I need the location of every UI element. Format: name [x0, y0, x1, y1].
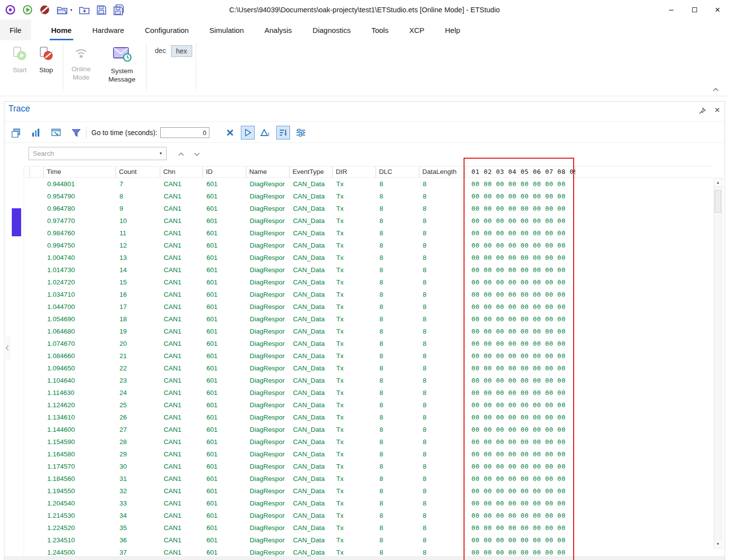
- hex-toggle-button[interactable]: hex: [171, 45, 192, 57]
- splitter-collapse-handle[interactable]: [4, 337, 10, 359]
- run-trace-button[interactable]: [241, 126, 255, 140]
- search-combobox[interactable]: ▼: [29, 147, 167, 160]
- cell-dir: Tx: [333, 313, 376, 325]
- open-file-dropdown-icon[interactable]: ▾: [70, 8, 72, 12]
- column-header-name[interactable]: Name: [246, 167, 290, 177]
- close-panel-button[interactable]: ×: [712, 104, 723, 116]
- clear-trace-icon[interactable]: [223, 126, 237, 140]
- online-mode-button[interactable]: Online Mode: [67, 47, 95, 82]
- minimize-button[interactable]: –: [660, 0, 683, 20]
- table-row[interactable]: 1.03471016CAN1601DiagResporCAN_DataTx880…: [24, 288, 713, 301]
- column-header-dir[interactable]: DIR: [333, 167, 376, 177]
- sort-button[interactable]: [276, 126, 290, 140]
- menu-tab-analysis[interactable]: Analysis: [254, 20, 302, 40]
- goto-time-input[interactable]: [160, 127, 209, 138]
- open-file-icon[interactable]: [57, 5, 68, 15]
- table-row[interactable]: 1.13461026CAN1601DiagResporCAN_DataTx880…: [24, 411, 713, 423]
- menu-file-button[interactable]: File: [0, 20, 31, 40]
- table-row[interactable]: 1.05469018CAN1601DiagResporCAN_DataTx880…: [24, 313, 713, 325]
- column-header-eventtype[interactable]: EventType: [290, 167, 333, 177]
- delta-time-icon[interactable]: t: [259, 126, 272, 140]
- table-row[interactable]: 0.97477010CAN1601DiagResporCAN_DataTx880…: [24, 215, 713, 227]
- column-header-time[interactable]: Time: [44, 167, 116, 177]
- maximize-button[interactable]: [683, 0, 706, 20]
- menu-tab-diagnostics[interactable]: Diagnostics: [302, 20, 361, 40]
- table-row[interactable]: 1.18456031CAN1601DiagResporCAN_DataTx880…: [24, 473, 713, 485]
- column-header-dlc[interactable]: DLC: [376, 167, 419, 177]
- table-row[interactable]: 1.15459028CAN1601DiagResporCAN_DataTx880…: [24, 436, 713, 448]
- play-icon: [243, 128, 252, 137]
- column-header-count[interactable]: Count: [116, 167, 160, 177]
- combo-dropdown-icon[interactable]: ▼: [155, 147, 166, 160]
- table-row[interactable]: 1.09465022CAN1601DiagResporCAN_DataTx880…: [24, 362, 713, 374]
- statistics-chart-icon[interactable]: [29, 126, 43, 140]
- table-row[interactable]: 1.19455032CAN1601DiagResporCAN_DataTx880…: [24, 485, 713, 497]
- column-header-chn[interactable]: Chn: [160, 167, 203, 177]
- menu-tab-configuration[interactable]: Configuration: [135, 20, 199, 40]
- window-controls: – ×: [660, 0, 729, 20]
- table-row[interactable]: 1.21453034CAN1601DiagResporCAN_DataTx880…: [24, 509, 713, 522]
- cell-dlc: 8: [376, 350, 419, 362]
- table-row[interactable]: 1.06468019CAN1601DiagResporCAN_DataTx880…: [24, 325, 713, 337]
- menu-tab-home[interactable]: Home: [41, 20, 82, 40]
- system-message-button[interactable]: System Message: [101, 45, 143, 84]
- close-button[interactable]: ×: [706, 0, 729, 20]
- save-all-icon[interactable]: [113, 4, 125, 15]
- table-row[interactable]: 1.10464023CAN1601DiagResporCAN_DataTx880…: [24, 374, 713, 387]
- vertical-scrollbar[interactable]: ▲ ▼: [714, 178, 722, 548]
- table-row[interactable]: 1.20454033CAN1601DiagResporCAN_DataTx880…: [24, 497, 713, 509]
- table-row[interactable]: 1.22452035CAN1601DiagResporCAN_DataTx880…: [24, 522, 713, 534]
- table-row[interactable]: 1.12462025CAN1601DiagResporCAN_DataTx880…: [24, 399, 713, 411]
- settings-sliders-icon[interactable]: [294, 126, 308, 140]
- stop-button[interactable]: Stop: [35, 46, 58, 74]
- save-icon[interactable]: [96, 5, 107, 15]
- start-measure-icon[interactable]: [22, 4, 33, 15]
- search-next-button[interactable]: [191, 148, 203, 160]
- cell-dlc: 8: [376, 374, 419, 387]
- sort-icon: [279, 129, 288, 137]
- table-row[interactable]: 1.14460027CAN1601DiagResporCAN_DataTx880…: [24, 423, 713, 436]
- scroll-up-button[interactable]: ▲: [714, 178, 722, 187]
- menu-tab-help[interactable]: Help: [435, 20, 470, 40]
- menu-tab-hardware[interactable]: Hardware: [82, 20, 135, 40]
- search-prev-button[interactable]: [175, 148, 187, 160]
- column-header-id[interactable]: ID: [203, 167, 246, 177]
- table-row[interactable]: 1.23451036CAN1601DiagResporCAN_DataTx880…: [24, 534, 713, 546]
- table-row[interactable]: 0.98476011CAN1601DiagResporCAN_DataTx880…: [24, 227, 713, 239]
- menu-tab-simulation[interactable]: Simulation: [199, 20, 254, 40]
- table-row[interactable]: 1.08466021CAN1601DiagResporCAN_DataTx880…: [24, 350, 713, 362]
- export-window-icon[interactable]: [49, 126, 63, 140]
- column-header-data-bytes[interactable]: 01 02 03 04 05 06 07 08 09: [466, 167, 576, 177]
- table-row[interactable]: 0.9547908CAN1601DiagResporCAN_DataTx8800…: [24, 190, 713, 202]
- table-row[interactable]: 1.17457030CAN1601DiagResporCAN_DataTx880…: [24, 460, 713, 473]
- horizontal-scrollbar[interactable]: [4, 556, 725, 560]
- column-header-datalength[interactable]: DataLength: [419, 167, 466, 177]
- scrollbar-thumb[interactable]: [715, 190, 721, 213]
- new-folder-icon[interactable]: [79, 5, 90, 15]
- ribbon-collapse-button[interactable]: [710, 85, 721, 93]
- table-row[interactable]: 1.11463024CAN1601DiagResporCAN_DataTx880…: [24, 387, 713, 399]
- table-row[interactable]: 1.16458029CAN1601DiagResporCAN_DataTx880…: [24, 448, 713, 460]
- table-row[interactable]: 1.07467020CAN1601DiagResporCAN_DataTx880…: [24, 337, 713, 350]
- menu-tab-xcp[interactable]: XCP: [399, 20, 435, 40]
- table-row[interactable]: 0.9647809CAN1601DiagResporCAN_DataTx8800…: [24, 202, 713, 215]
- dec-toggle-button[interactable]: dec: [150, 45, 171, 57]
- scroll-down-button[interactable]: ▼: [714, 539, 722, 548]
- cell-id: 601: [203, 252, 246, 264]
- start-button[interactable]: Start: [8, 46, 31, 74]
- table-row[interactable]: 1.00474013CAN1601DiagResporCAN_DataTx880…: [24, 252, 713, 264]
- table-row[interactable]: 0.9448017CAN1601DiagResporCAN_DataTx8800…: [24, 178, 713, 190]
- pin-panel-button[interactable]: [698, 106, 707, 116]
- table-row[interactable]: 1.04470017CAN1601DiagResporCAN_DataTx880…: [24, 301, 713, 313]
- search-input[interactable]: [29, 147, 155, 160]
- trace-windows-icon[interactable]: [9, 126, 23, 140]
- menu-tab-tools[interactable]: Tools: [361, 20, 399, 40]
- table-row[interactable]: 1.01473014CAN1601DiagResporCAN_DataTx880…: [24, 264, 713, 276]
- stop-icon: [39, 46, 54, 61]
- table-row[interactable]: 0.99475012CAN1601DiagResporCAN_DataTx880…: [24, 239, 713, 252]
- cell-data_length: 8: [419, 325, 466, 337]
- stop-measure-icon[interactable]: [39, 4, 50, 15]
- table-row[interactable]: 1.02472015CAN1601DiagResporCAN_DataTx880…: [24, 276, 713, 288]
- docked-panel-tab[interactable]: [12, 208, 21, 236]
- filter-icon[interactable]: [69, 126, 83, 140]
